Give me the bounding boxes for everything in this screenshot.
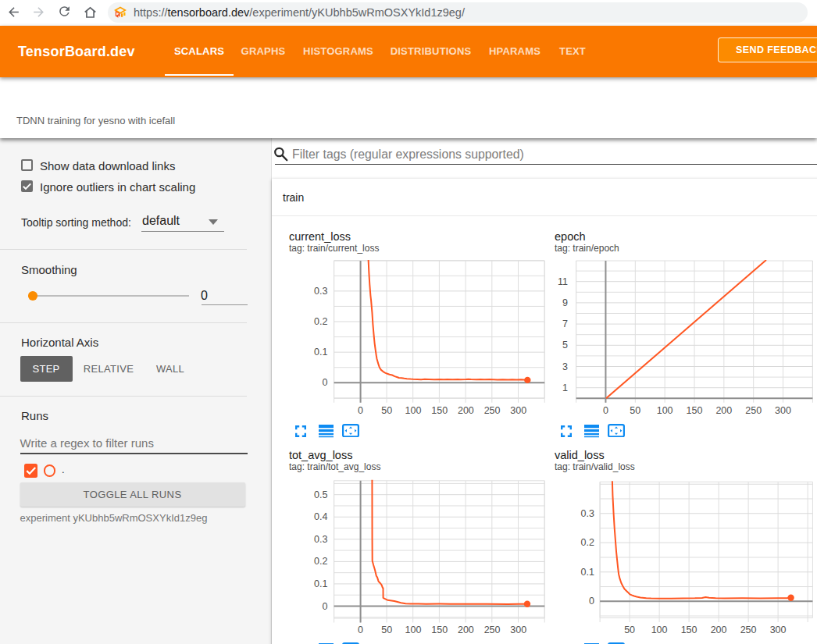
svg-text:200: 200 [458,624,474,635]
svg-text:50: 50 [630,405,640,416]
svg-text:0.2: 0.2 [581,537,594,548]
svg-text:50: 50 [381,624,392,635]
svg-text:200: 200 [458,405,474,416]
svg-text:150: 150 [681,624,697,635]
svg-text:0: 0 [323,377,328,388]
svg-text:100: 100 [651,624,668,635]
svg-text:0: 0 [358,405,363,416]
svg-text:150: 150 [431,624,448,635]
svg-text:0.4: 0.4 [314,511,327,522]
svg-text:250: 250 [745,405,762,416]
svg-text:150: 150 [431,405,448,416]
svg-text:0.1: 0.1 [581,567,594,578]
svg-text:300: 300 [510,624,526,635]
svg-text:250: 250 [484,624,501,635]
svg-text:50: 50 [624,624,635,635]
svg-text:0.3: 0.3 [314,534,327,545]
svg-text:0: 0 [603,405,608,416]
svg-text:5: 5 [562,340,568,350]
svg-text:9: 9 [562,297,568,308]
svg-text:200: 200 [711,624,727,635]
svg-text:1: 1 [562,382,568,393]
svg-text:300: 300 [510,405,526,416]
svg-text:7: 7 [562,318,568,329]
svg-text:0.1: 0.1 [314,578,327,589]
svg-text:0.5: 0.5 [314,489,327,500]
svg-text:250: 250 [484,405,501,416]
svg-text:0: 0 [589,596,594,607]
svg-text:250: 250 [740,624,757,635]
svg-text:200: 200 [715,405,732,416]
svg-text:0: 0 [358,624,363,635]
svg-text:300: 300 [770,624,787,635]
svg-text:50: 50 [381,405,392,416]
svg-text:100: 100 [405,405,422,416]
svg-text:100: 100 [405,624,422,635]
svg-text:150: 150 [687,405,703,416]
svg-text:3: 3 [562,361,568,372]
svg-text:100: 100 [657,405,673,416]
svg-text:300: 300 [775,405,791,416]
svg-text:0: 0 [323,601,328,612]
svg-text:0.2: 0.2 [314,556,327,567]
svg-text:0.1: 0.1 [314,347,327,358]
svg-text:11: 11 [558,276,568,287]
svg-text:0.3: 0.3 [314,286,327,297]
svg-text:0.2: 0.2 [314,316,327,327]
svg-text:0.3: 0.3 [581,508,594,519]
